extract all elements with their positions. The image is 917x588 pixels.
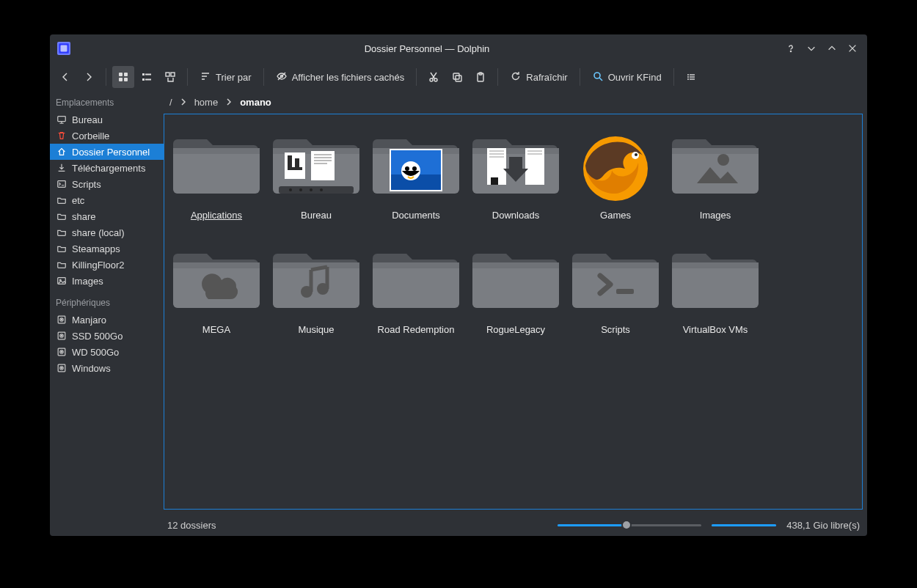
sidebar-item-label: Scripts xyxy=(72,179,101,190)
compact-view-button[interactable] xyxy=(136,66,158,88)
folder-item[interactable]: RogueLegacy xyxy=(468,239,563,348)
svg-point-2 xyxy=(790,51,791,51)
svg-rect-44 xyxy=(288,155,292,167)
svg-rect-51 xyxy=(314,163,327,164)
refresh-label: Rafraîchir xyxy=(526,72,567,83)
folder-label: Scripts xyxy=(601,324,630,335)
home-icon xyxy=(56,146,67,158)
sidebar-item-scripts[interactable]: Scripts xyxy=(50,176,164,192)
svg-point-61 xyxy=(412,166,417,171)
folder-icon xyxy=(672,243,759,317)
chevron-right-icon xyxy=(180,97,187,108)
folder-item[interactable]: MEGA xyxy=(169,239,264,348)
close-button[interactable] xyxy=(845,41,860,56)
svg-point-33 xyxy=(61,319,62,320)
sidebar-item-bureau[interactable]: Bureau xyxy=(50,111,164,128)
show-hidden-button[interactable]: Afficher les fichiers cachés xyxy=(270,66,411,88)
svg-rect-9 xyxy=(142,78,145,81)
back-button[interactable] xyxy=(54,66,76,88)
folder-item[interactable]: Musique xyxy=(268,239,364,348)
refresh-button[interactable]: Rafraîchir xyxy=(504,66,573,88)
folder-item[interactable]: Applications xyxy=(169,125,264,233)
sidebar-device-ssd-500go[interactable]: SSD 500Go xyxy=(50,328,164,344)
copy-button[interactable] xyxy=(446,66,468,88)
main-column: / home omano Applications Bureau xyxy=(164,92,867,514)
sidebar-item-steamapps[interactable]: Steamapps xyxy=(50,240,164,257)
svg-rect-11 xyxy=(166,73,169,76)
sidebar-item-share[interactable]: share xyxy=(50,208,164,224)
sidebar-item-label: Dossier Personnel xyxy=(72,147,150,158)
folder-icon xyxy=(572,129,659,202)
folder-label: RogueLegacy xyxy=(486,324,545,335)
svg-rect-27 xyxy=(58,117,66,122)
window-title: Dossier Personnel — Dolphin xyxy=(76,43,778,54)
item-count: 12 dossiers xyxy=(167,520,216,531)
svg-rect-69 xyxy=(527,153,542,155)
cut-button[interactable] xyxy=(423,66,445,88)
breadcrumb-current[interactable]: omano xyxy=(240,97,271,108)
svg-rect-17 xyxy=(456,76,461,81)
free-space-label: 438,1 Gio libre(s) xyxy=(786,520,860,531)
chevron-right-icon xyxy=(225,97,233,108)
icons-view-button[interactable] xyxy=(112,66,134,88)
devices-header: Périphériques xyxy=(50,293,164,312)
svg-point-15 xyxy=(434,78,437,81)
svg-point-23 xyxy=(687,76,689,78)
sidebar-item-label: Images xyxy=(72,276,103,287)
sort-button[interactable]: Trier par xyxy=(194,66,257,88)
svg-rect-49 xyxy=(314,157,332,158)
folder-label: Applications xyxy=(191,210,242,221)
images-icon xyxy=(56,275,67,287)
svg-point-60 xyxy=(405,166,409,171)
folder-view[interactable]: Applications Bureau Documents xyxy=(164,114,863,510)
sidebar-item-label: Corbeille xyxy=(72,131,109,142)
kfind-button[interactable]: Ouvrir KFind xyxy=(586,66,668,88)
sidebar-item-corbeille[interactable]: Corbeille xyxy=(50,128,164,144)
svg-rect-77 xyxy=(616,289,634,294)
eye-off-icon xyxy=(276,70,288,84)
svg-rect-46 xyxy=(295,158,299,167)
svg-point-20 xyxy=(594,73,600,78)
maximize-button[interactable] xyxy=(825,41,839,56)
sidebar-item-label: etc xyxy=(72,195,84,206)
menu-button[interactable] xyxy=(680,66,702,88)
sidebar-device-manjaro[interactable]: Manjaro xyxy=(50,312,164,328)
breadcrumb-root[interactable]: / xyxy=(169,97,172,108)
minimize-button[interactable] xyxy=(804,41,819,56)
svg-rect-66 xyxy=(489,156,504,158)
breadcrumb-home[interactable]: home xyxy=(194,97,219,108)
disk-usage-bar xyxy=(712,524,776,526)
sidebar-item-label: Téléchargements xyxy=(72,163,145,174)
svg-point-76 xyxy=(317,283,329,295)
folder-item[interactable]: Games xyxy=(568,125,663,233)
details-view-button[interactable] xyxy=(159,66,181,88)
sidebar-item-images[interactable]: Images xyxy=(50,273,164,289)
places-header: Emplacements xyxy=(50,93,164,111)
sidebar-item-etc[interactable]: etc xyxy=(50,192,164,208)
folder-item[interactable]: Scripts xyxy=(568,239,663,348)
disk-icon xyxy=(56,314,67,326)
sidebar-item-dossier-personnel[interactable]: Dossier Personnel xyxy=(50,144,164,160)
folder-item[interactable]: Road Redemption xyxy=(368,239,464,348)
folder-item[interactable]: Images xyxy=(668,125,763,233)
svg-point-74 xyxy=(717,154,729,166)
paste-button[interactable] xyxy=(470,66,492,88)
folder-item[interactable]: Documents xyxy=(368,125,464,233)
svg-point-36 xyxy=(61,335,62,336)
folder-icon xyxy=(472,129,559,202)
svg-rect-16 xyxy=(453,73,459,79)
sidebar-device-wd-500go[interactable]: WD 500Go xyxy=(50,344,164,360)
sidebar-item-share-local-[interactable]: share (local) xyxy=(50,224,164,240)
sidebar-item-killingfloor2[interactable]: KillingFloor2 xyxy=(50,257,164,273)
sidebar-item-label: Manjaro xyxy=(72,315,106,326)
sidebar-device-windows[interactable]: Windows xyxy=(50,360,164,376)
folder-label: Games xyxy=(600,210,631,221)
zoom-slider[interactable] xyxy=(558,518,701,532)
folder-icon xyxy=(672,129,759,202)
forward-button[interactable] xyxy=(78,66,100,88)
folder-item[interactable]: Downloads xyxy=(468,125,563,233)
folder-item[interactable]: Bureau xyxy=(268,125,364,233)
folder-item[interactable]: VirtualBox VMs xyxy=(668,239,763,348)
help-button[interactable] xyxy=(783,41,798,56)
sidebar-item-t-l-chargements[interactable]: Téléchargements xyxy=(50,160,164,176)
